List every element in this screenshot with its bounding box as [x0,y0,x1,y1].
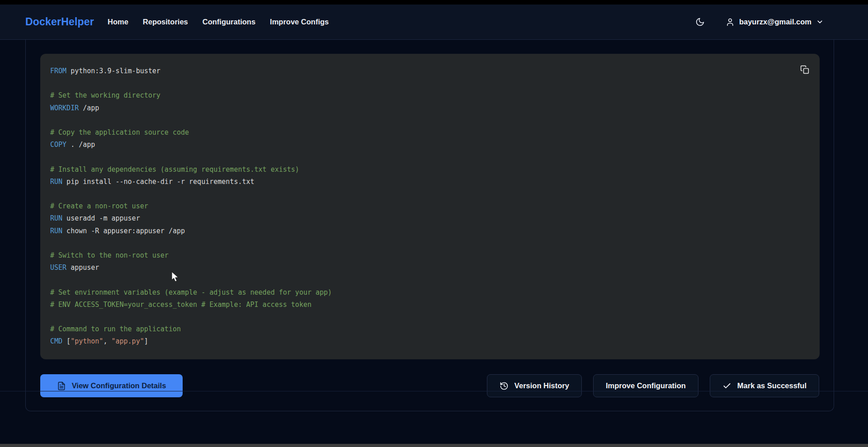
code-line: # Install any dependencies (assuming req… [50,164,810,176]
main-nav: Home Repositories Configurations Improve… [108,18,329,26]
code-line: # Command to run the application [50,323,810,335]
version-history-button[interactable]: Version History [487,374,582,397]
code-line: RUN chown -R appuser:appuser /app [50,225,810,237]
improve-configuration-button[interactable]: Improve Configuration [593,374,698,397]
chevron-down-icon [816,18,824,26]
screen-bottom-edge [0,444,868,447]
actions-right-group: Version History Improve Configuration Ma… [487,374,819,397]
user-email: bayurzx@gmail.com [739,18,811,26]
code-line: # ENV ACCESS_TOKEN=your_access_token # E… [50,299,810,311]
code-line: FROM python:3.9-slim-buster [50,65,810,77]
code-line: USER appuser [50,262,810,274]
code-line [50,77,810,89]
code-line: WORKDIR /app [50,102,810,114]
history-icon [500,381,509,391]
copy-code-button[interactable] [798,63,811,76]
brand-logo[interactable]: DockerHelper [25,16,94,28]
navbar: DockerHelper Home Repositories Configura… [0,5,868,40]
user-menu[interactable]: bayurzx@gmail.com [726,18,824,27]
mark-as-successful-button[interactable]: Mark as Successful [710,374,819,397]
nav-item-configurations[interactable]: Configurations [203,18,255,26]
version-history-label: Version History [514,381,569,390]
code-line [50,237,810,249]
code-line [50,188,810,200]
code-line: # Create a non-root user [50,200,810,212]
code-line [50,114,810,127]
code-line: RUN pip install --no-cache-dir -r requir… [50,176,810,188]
code-line: CMD ["python", "app.py"] [50,335,810,348]
code-line: COPY . /app [50,139,810,151]
code-line: # Set the working directory [50,89,810,102]
screen-top-edge [0,0,868,5]
file-text-icon [57,381,66,391]
actions-row: View Configuration Details Version Histo… [40,374,819,397]
code-line [50,274,810,286]
code-line: RUN useradd -m appuser [50,212,810,225]
nav-item-improve-configs[interactable]: Improve Configs [270,18,329,26]
code-line [50,151,810,163]
user-icon [726,18,735,27]
moon-icon [695,17,705,27]
improve-configuration-label: Improve Configuration [606,381,686,390]
view-configuration-details-label: View Configuration Details [72,381,166,390]
navbar-right: bayurzx@gmail.com [695,17,824,27]
code-line: # Switch to the non-root user [50,249,810,262]
view-configuration-details-button[interactable]: View Configuration Details [40,374,183,397]
code-content: FROM python:3.9-slim-buster # Set the wo… [50,65,810,348]
footer-divider [0,391,868,391]
check-icon [722,381,731,391]
nav-item-repositories[interactable]: Repositories [143,18,188,26]
code-line [50,311,810,323]
dockerfile-code-block: FROM python:3.9-slim-buster # Set the wo… [40,54,820,359]
code-line: # Set environment variables (example - a… [50,287,810,299]
configuration-card: FROM python:3.9-slim-buster # Set the wo… [25,40,834,411]
copy-icon [800,65,809,74]
mark-as-successful-label: Mark as Successful [737,381,807,390]
code-line: # Copy the application source code [50,127,810,139]
page-body: FROM python:3.9-slim-buster # Set the wo… [0,40,868,444]
theme-toggle-button[interactable] [695,17,705,27]
nav-item-home[interactable]: Home [108,18,128,26]
